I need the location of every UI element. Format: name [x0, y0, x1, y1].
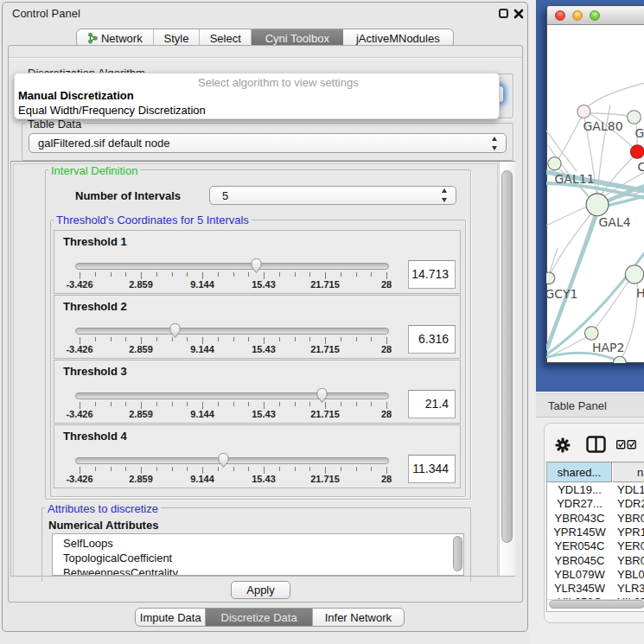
minimize-traffic-light[interactable]: [572, 10, 583, 21]
tab-infer-network[interactable]: Infer Network: [313, 609, 404, 626]
tab-network[interactable]: Network: [77, 29, 154, 47]
table-panel-title: Table Panel: [548, 399, 607, 412]
slider-tick: [371, 467, 372, 471]
slider-tick: [356, 402, 357, 406]
table-hscrollbar-thumb[interactable]: [549, 600, 644, 609]
slider-tick: [80, 272, 80, 279]
threshold-value-field[interactable]: 6.316: [408, 325, 456, 354]
table-row[interactable]: YPR145WYPR145W: [547, 525, 644, 539]
slider-thumb[interactable]: [216, 451, 231, 469]
tab-impute-data[interactable]: Impute Data: [136, 609, 206, 626]
slider-tick: [218, 337, 219, 341]
threshold-value-field[interactable]: 11.344: [408, 455, 456, 483]
split-table-icon[interactable]: [586, 436, 606, 453]
network-node[interactable]: [577, 105, 590, 118]
close-icon[interactable]: [513, 9, 524, 19]
network-node-label: GAL3: [635, 126, 644, 140]
network-node[interactable]: [630, 145, 644, 159]
slider-tick: [80, 467, 80, 474]
slider-tick-label: 15.43: [238, 279, 290, 290]
attributes-list-scrollbar[interactable]: [453, 536, 462, 571]
cell-name: YBR045C: [617, 554, 644, 567]
network-node[interactable]: [546, 272, 555, 284]
close-traffic-light[interactable]: [555, 10, 565, 21]
network-node[interactable]: [625, 265, 643, 284]
cell-name: YBR043C: [617, 512, 644, 525]
column-header-shared-name[interactable]: shared...: [547, 462, 612, 482]
table-row[interactable]: YBL079WYBL079W: [547, 567, 644, 582]
slider-tick-label: 9.144: [176, 344, 228, 354]
cell-shared-name: YBL079W: [547, 568, 612, 581]
slider-thumb[interactable]: [168, 322, 182, 340]
threshold-panel: Threshold 2-3.4262.8599.14415.4321.71528…: [54, 295, 461, 359]
threshold-value-field[interactable]: 14.713: [408, 260, 456, 289]
settings-scrollbar-thumb[interactable]: [501, 170, 513, 543]
cell-name: YLR345W: [617, 582, 644, 595]
checkbox-icons[interactable]: [616, 440, 637, 450]
slider-tick-label: 9.144: [176, 474, 228, 484]
popup-option-manual[interactable]: Manual Discretization: [18, 89, 134, 102]
attribute-list-item[interactable]: SelfLoops: [63, 537, 113, 550]
table-data-combobox[interactable]: galFiltered.sif default node: [29, 133, 507, 153]
slider-tick: [264, 337, 265, 344]
network-node[interactable]: [548, 157, 561, 170]
attribute-list-item[interactable]: TopologicalCoefficient: [63, 552, 172, 564]
float-window-icon[interactable]: [499, 9, 508, 18]
slider-tick: [156, 337, 157, 341]
slider-tick: [248, 337, 249, 341]
number-of-intervals-value: 5: [222, 187, 228, 204]
threshold-label: Threshold 2: [63, 300, 127, 313]
popup-option-equal-width[interactable]: Equal Width/Frequency Discretization: [18, 104, 206, 117]
slider-tick: [295, 402, 296, 406]
slider-thumb[interactable]: [315, 386, 329, 405]
table-row[interactable]: YDL19...YDL194W: [547, 482, 644, 497]
table-row[interactable]: YER054CYER054C: [547, 539, 644, 553]
gear-icon[interactable]: [555, 437, 571, 453]
network-graph[interactable]: GAL80GAL3CDC6GAL11GAL4GCY1HIS4HAP2: [546, 23, 644, 363]
threshold-panel: Threshold 3-3.4262.8599.14415.4321.71528…: [54, 360, 461, 424]
threshold-value-field[interactable]: 21.4: [408, 390, 456, 418]
table-row[interactable]: YDR27...YDR277C: [547, 496, 644, 511]
tab-discretize-data[interactable]: Discretize Data: [206, 609, 312, 626]
table-row[interactable]: YBR045CYBR045C: [547, 553, 644, 568]
slider-tick: [111, 402, 112, 406]
network-node[interactable]: [628, 111, 641, 124]
tab-style[interactable]: Style: [154, 29, 201, 47]
combo-arrows-icon: [441, 187, 449, 204]
slider-track[interactable]: [75, 392, 389, 399]
table-row[interactable]: YBR043CYBR043C: [547, 511, 644, 526]
slider-track[interactable]: [75, 263, 389, 270]
cell-name: YBL079W: [617, 568, 644, 581]
slider-tick-label: 2.859: [115, 474, 167, 484]
numerical-attributes-list[interactable]: SelfLoopsTopologicalCoefficientBetweenne…: [52, 533, 464, 576]
network-node[interactable]: [586, 194, 609, 216]
cell-name: YDL194W: [617, 483, 644, 496]
slider-tick: [309, 402, 310, 406]
slider-track[interactable]: [75, 457, 389, 464]
slider-tick: [187, 272, 188, 277]
number-of-intervals-combobox[interactable]: 5: [209, 186, 456, 205]
tab-select[interactable]: Select: [200, 29, 252, 47]
slider-tick: [187, 467, 188, 471]
column-header-name[interactable]: name: [613, 462, 644, 482]
slider-tick: [202, 467, 203, 474]
network-node[interactable]: [614, 356, 627, 363]
slider-tick: [95, 272, 96, 277]
network-window-titlebar[interactable]: [547, 6, 644, 25]
slider-tick-label: -3.426: [54, 344, 105, 354]
slider-tick: [202, 402, 203, 409]
slider-track[interactable]: [75, 328, 389, 335]
table-row[interactable]: YLR345WYLR345W: [547, 581, 644, 596]
slider-tick: [264, 402, 265, 409]
slider-tick-label: 2.859: [115, 409, 167, 419]
tab-cyni-toolbox[interactable]: Cyni Toolbox: [252, 29, 343, 47]
network-node[interactable]: [585, 327, 599, 341]
cell-shared-name: YPR145W: [547, 526, 612, 539]
slider-thumb[interactable]: [249, 257, 264, 275]
popup-prompt-item[interactable]: Select algorithm to view settings: [198, 76, 359, 89]
thresholds-group-title: Threshold's Coordinates for 5 Intervals: [54, 214, 252, 226]
zoom-traffic-light[interactable]: [590, 10, 600, 21]
tab-jactivemnodules[interactable]: jActiveMNodules: [343, 29, 453, 47]
apply-button[interactable]: Apply: [231, 581, 290, 599]
attribute-list-item[interactable]: BetweennessCentrality: [63, 566, 178, 576]
